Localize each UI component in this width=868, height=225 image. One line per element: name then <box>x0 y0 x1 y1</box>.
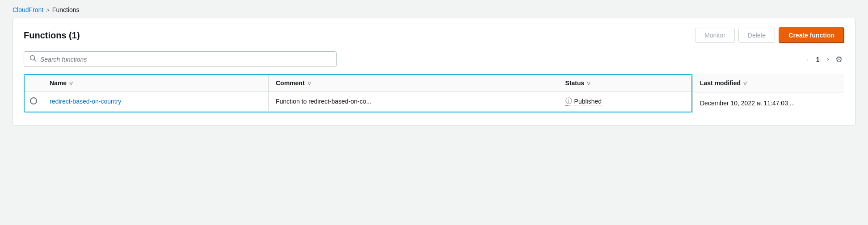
col-name-header: Name ▽ <box>42 75 268 92</box>
status-badge: Published <box>574 98 602 105</box>
last-modified-cell: December 10, 2022 at 11:47:03 ... <box>693 92 844 114</box>
row-name-cell: redirect-based-on-country <box>42 92 268 112</box>
breadcrumb-separator: > <box>46 7 50 13</box>
last-modified-header: Last modified ▽ <box>693 74 844 92</box>
last-modified-label: Last modified <box>700 79 741 87</box>
search-box[interactable] <box>24 51 337 67</box>
search-row: ‹ 1 › ⚙ <box>24 51 844 67</box>
card-title: Functions (1) <box>24 30 80 41</box>
info-icon[interactable]: ⓘ <box>565 97 572 106</box>
svg-line-1 <box>34 60 36 62</box>
table-area: Name ▽ Comment ▽ <box>24 74 844 114</box>
col-comment-header: Comment ▽ <box>268 75 558 92</box>
row-checkbox[interactable] <box>25 92 42 112</box>
comment-sort-icon[interactable]: ▽ <box>308 81 311 86</box>
next-page-button[interactable]: › <box>825 54 831 64</box>
pagination: ‹ 1 › ⚙ <box>805 54 844 65</box>
settings-icon[interactable]: ⚙ <box>834 54 844 65</box>
table-row: redirect-based-on-country Function to re… <box>25 92 691 112</box>
functions-card: Functions (1) Monitor Delete Create func… <box>13 18 855 125</box>
search-input[interactable] <box>40 56 331 63</box>
create-function-button[interactable]: Create function <box>779 27 844 43</box>
page-number: 1 <box>813 56 822 63</box>
last-modified-column: Last modified ▽ December 10, 2022 at 11:… <box>692 74 844 114</box>
breadcrumb-cloudfront-link[interactable]: CloudFront <box>13 6 43 13</box>
col-status-header: Status ▽ <box>558 75 691 92</box>
row-status-cell: ⓘ Published <box>558 92 691 112</box>
table-container: Name ▽ Comment ▽ <box>24 74 692 112</box>
header-actions: Monitor Delete Create function <box>695 27 844 43</box>
status-sort-icon[interactable]: ▽ <box>587 81 590 86</box>
function-name-link[interactable]: redirect-based-on-country <box>50 98 121 105</box>
row-comment-cell: Function to redirect-based-on-co... <box>268 92 558 112</box>
col-checkbox-header <box>25 75 42 92</box>
radio-button[interactable] <box>30 97 37 104</box>
search-icon <box>29 55 37 63</box>
prev-page-button[interactable]: ‹ <box>805 54 810 64</box>
last-modified-sort-icon[interactable]: ▽ <box>743 81 747 86</box>
functions-table: Name ▽ Comment ▽ <box>25 75 691 112</box>
name-sort-icon[interactable]: ▽ <box>69 81 73 86</box>
delete-button[interactable]: Delete <box>738 28 775 43</box>
inner-table-wrapper: Name ▽ Comment ▽ <box>24 74 692 114</box>
monitor-button[interactable]: Monitor <box>695 28 735 43</box>
card-header: Functions (1) Monitor Delete Create func… <box>24 27 844 43</box>
breadcrumb-current-page: Functions <box>52 6 80 13</box>
breadcrumb: CloudFront > Functions <box>0 0 868 18</box>
table-header-row: Name ▽ Comment ▽ <box>25 75 691 92</box>
